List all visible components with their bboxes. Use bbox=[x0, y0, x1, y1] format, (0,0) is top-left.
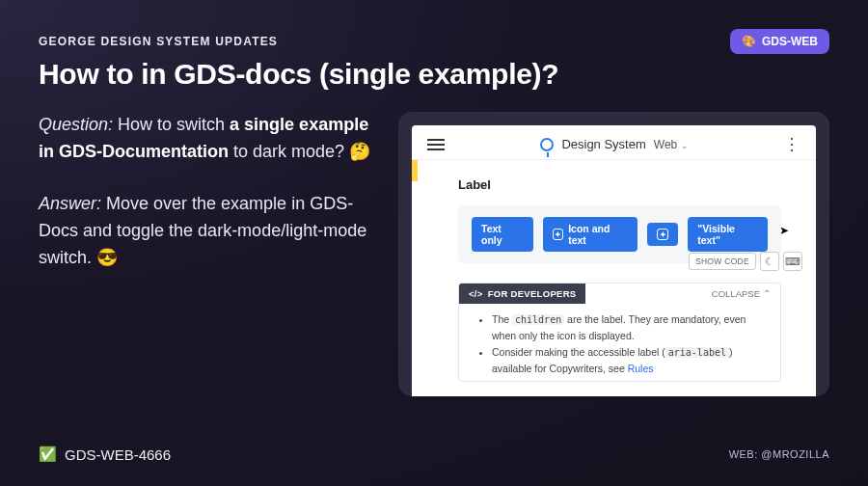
dark-mode-toggle[interactable]: ☾ bbox=[760, 252, 779, 271]
example-toolbar: SHOW CODE ☾ ⌨ bbox=[689, 252, 802, 271]
chip-visible-text[interactable]: "Visible text" bbox=[688, 217, 768, 252]
question-paragraph: Question: How to switch a single example… bbox=[39, 112, 371, 166]
code-sandbox-button[interactable]: ⌨ bbox=[783, 252, 802, 271]
palette-icon: 🎨 bbox=[742, 35, 756, 48]
collapse-button[interactable]: COLLAPSE ⌃ bbox=[712, 288, 780, 299]
thinking-emoji: 🤔 bbox=[349, 142, 370, 161]
developers-body: The children are the label. They are man… bbox=[459, 304, 780, 381]
for-developers-tag: </> FOR DEVELOPERS bbox=[459, 284, 585, 304]
badge-label: GDS-WEB bbox=[762, 35, 818, 48]
search-logo-icon bbox=[540, 138, 554, 151]
chevron-down-icon: ⌄ bbox=[681, 141, 689, 150]
show-code-button[interactable]: SHOW CODE bbox=[689, 253, 756, 270]
rules-link[interactable]: Rules bbox=[628, 363, 654, 374]
answer-paragraph: Answer: Move over the example in GDS-Doc… bbox=[39, 191, 371, 272]
section-heading: Label bbox=[458, 177, 781, 192]
chevron-up-icon: ⌃ bbox=[763, 288, 771, 299]
screenshot-frame: Design System Web ⌄ ⋯ ➤ Label Text only bbox=[398, 112, 829, 396]
code-icon: </> bbox=[469, 288, 483, 299]
category-badge: 🎨 GDS-WEB bbox=[730, 29, 829, 54]
list-item: Consider making the accessible label (ar… bbox=[492, 344, 767, 377]
eyebrow-text: GEORGE DESIGN SYSTEM UPDATES bbox=[39, 35, 829, 48]
slide-title: How to in GDS-docs (single example)? bbox=[39, 58, 829, 91]
app-name: Design System bbox=[561, 137, 645, 151]
ticket-id: GDS-WEB-4666 bbox=[65, 446, 171, 463]
hamburger-icon[interactable] bbox=[427, 139, 445, 150]
cool-emoji: 😎 bbox=[96, 248, 118, 267]
chip-text-only[interactable]: Text only bbox=[472, 217, 533, 252]
platform-selector[interactable]: Web ⌄ bbox=[654, 138, 689, 151]
answer-label: Answer: bbox=[39, 194, 101, 213]
example-preview-panel: Text only ✦ Icon and text ✦ "Visible tex… bbox=[458, 205, 781, 263]
qa-text-block: Question: How to switch a single example… bbox=[39, 112, 371, 271]
list-item: The children are the label. They are man… bbox=[492, 311, 767, 344]
chip-icon-and-text[interactable]: ✦ Icon and text bbox=[543, 217, 638, 252]
chip-icon-only[interactable]: ✦ bbox=[647, 223, 678, 246]
kebab-menu-icon[interactable]: ⋯ bbox=[788, 136, 797, 152]
check-emoji: ✅ bbox=[39, 446, 57, 463]
author-credit: WEB: @MROZILLA bbox=[729, 448, 829, 460]
chip-inner-icon: ✦ bbox=[657, 229, 668, 240]
question-label: Question: bbox=[39, 115, 113, 134]
chip-inner-icon: ✦ bbox=[553, 229, 564, 240]
ticket-reference: ✅ GDS-WEB-4666 bbox=[39, 446, 171, 463]
for-developers-panel: </> FOR DEVELOPERS COLLAPSE ⌃ T bbox=[458, 283, 781, 382]
docs-browser-window: Design System Web ⌄ ⋯ ➤ Label Text only bbox=[412, 125, 816, 396]
